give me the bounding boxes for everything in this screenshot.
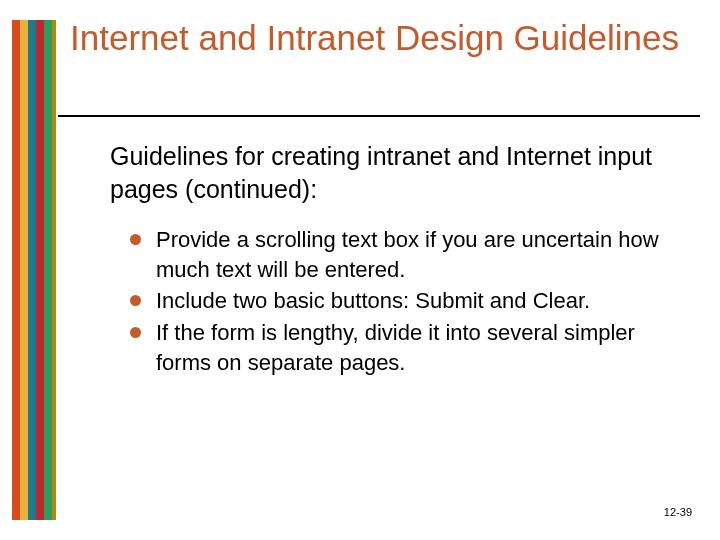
bullet-icon xyxy=(130,327,141,338)
title-underline xyxy=(58,115,700,117)
bullet-icon xyxy=(130,295,141,306)
decor-stripe xyxy=(36,20,44,520)
list-item-text: Provide a scrolling text box if you are … xyxy=(156,227,659,282)
slide-title: Internet and Intranet Design Guidelines xyxy=(70,18,680,58)
slide-subtitle: Guidelines for creating intranet and Int… xyxy=(110,140,660,205)
bullet-list: Provide a scrolling text box if you are … xyxy=(130,225,665,379)
bullet-icon xyxy=(130,234,141,245)
decor-stripe xyxy=(28,20,36,520)
list-item-text: If the form is lengthy, divide it into s… xyxy=(156,320,635,375)
decor-stripe xyxy=(52,20,56,520)
list-item: If the form is lengthy, divide it into s… xyxy=(130,318,665,377)
decor-stripe xyxy=(12,20,20,520)
slide-number: 12-39 xyxy=(664,506,692,518)
decor-stripe xyxy=(44,20,52,520)
list-item: Provide a scrolling text box if you are … xyxy=(130,225,665,284)
list-item-text: Include two basic buttons: Submit and Cl… xyxy=(156,288,590,313)
decor-stripe xyxy=(20,20,28,520)
list-item: Include two basic buttons: Submit and Cl… xyxy=(130,286,665,316)
